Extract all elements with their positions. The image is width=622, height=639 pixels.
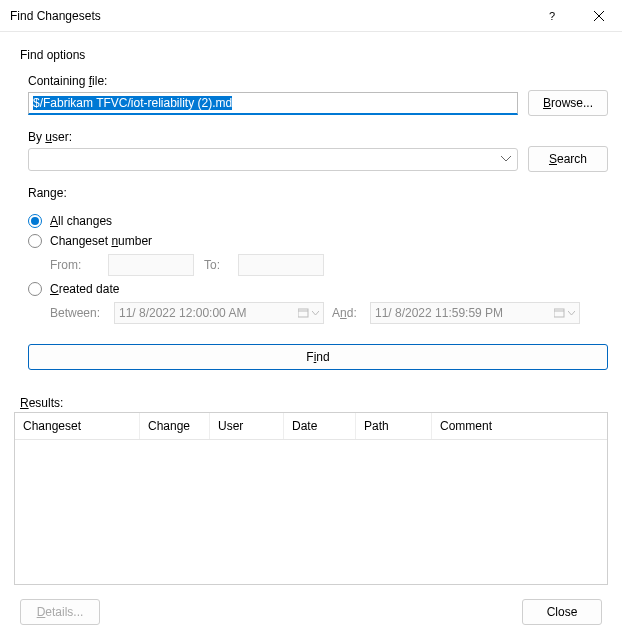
range-label: Range: bbox=[28, 186, 608, 200]
col-change[interactable]: Change bbox=[140, 413, 210, 439]
chevron-down-icon bbox=[495, 156, 517, 162]
results-list[interactable]: Changeset Change User Date Path Comment bbox=[14, 412, 608, 585]
col-date[interactable]: Date bbox=[284, 413, 356, 439]
containing-file-input[interactable] bbox=[28, 92, 518, 115]
between-label: Between: bbox=[50, 306, 106, 320]
containing-file-label: Containing file: bbox=[28, 74, 608, 88]
dialog-content: Find options Containing file: Browse... … bbox=[0, 32, 622, 639]
calendar-icon bbox=[298, 308, 319, 318]
results-header: Changeset Change User Date Path Comment bbox=[15, 413, 607, 440]
browse-button[interactable]: Browse... bbox=[528, 90, 608, 116]
and-date-input: 11/ 8/2022 11:59:59 PM bbox=[370, 302, 580, 324]
title-bar: Find Changesets ? bbox=[0, 0, 622, 32]
from-label: From: bbox=[50, 258, 98, 272]
radio-changeset-number[interactable]: Changeset number bbox=[28, 234, 608, 248]
col-comment[interactable]: Comment bbox=[432, 413, 607, 439]
col-user[interactable]: User bbox=[210, 413, 284, 439]
and-label: And: bbox=[332, 306, 362, 320]
close-button[interactable]: Close bbox=[522, 599, 602, 625]
close-window-button[interactable] bbox=[576, 0, 622, 32]
col-path[interactable]: Path bbox=[356, 413, 432, 439]
find-options-label: Find options bbox=[20, 48, 608, 62]
radio-created-date[interactable]: Created date bbox=[28, 282, 608, 296]
by-user-label: By user: bbox=[28, 130, 608, 144]
find-button[interactable]: Find bbox=[28, 344, 608, 370]
radio-all-changes[interactable]: All changes bbox=[28, 214, 608, 228]
window-title: Find Changesets bbox=[10, 9, 530, 23]
by-user-combobox[interactable] bbox=[28, 148, 518, 171]
radio-icon bbox=[28, 234, 42, 248]
to-label: To: bbox=[204, 258, 228, 272]
svg-rect-5 bbox=[554, 309, 564, 317]
between-date-input: 11/ 8/2022 12:00:00 AM bbox=[114, 302, 324, 324]
search-button[interactable]: Search bbox=[528, 146, 608, 172]
svg-rect-3 bbox=[298, 309, 308, 317]
results-label: Results: bbox=[20, 396, 608, 410]
svg-text:?: ? bbox=[549, 11, 555, 21]
to-input bbox=[238, 254, 324, 276]
from-input bbox=[108, 254, 194, 276]
radio-icon bbox=[28, 214, 42, 228]
help-button[interactable]: ? bbox=[530, 0, 576, 32]
details-button: Details... bbox=[20, 599, 100, 625]
radio-icon bbox=[28, 282, 42, 296]
col-changeset[interactable]: Changeset bbox=[15, 413, 140, 439]
calendar-icon bbox=[554, 308, 575, 318]
